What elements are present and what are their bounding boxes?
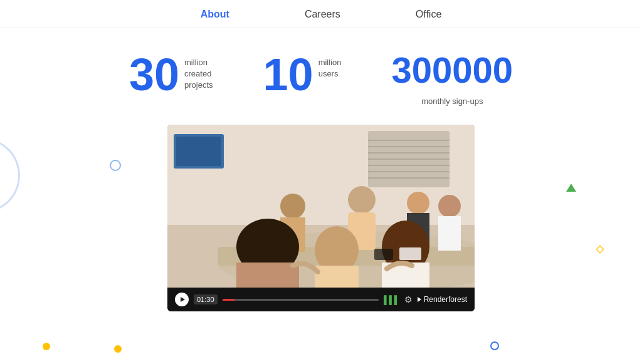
stat-projects: 30 million created projects <box>129 52 213 97</box>
nav-careers[interactable]: Careers <box>305 9 340 20</box>
stat-projects-label: million created projects <box>184 52 213 91</box>
stat-users-number: 10 <box>263 52 313 97</box>
deco-circle-bottom-right <box>490 341 499 350</box>
deco-circle-top-left <box>110 160 121 171</box>
settings-icon[interactable]: ⚙ <box>404 294 413 304</box>
video-player[interactable]: 01:30 ▌▌▌ ⚙ Renderforest <box>167 125 475 311</box>
svg-rect-28 <box>374 249 393 260</box>
svg-point-14 <box>348 186 376 214</box>
stat-users-label: million users <box>318 52 342 80</box>
brand-play-icon <box>418 297 421 302</box>
deco-dot-yellow-bottom <box>114 345 122 353</box>
stats-section: 30 million created projects 10 million u… <box>0 28 642 125</box>
video-timestamp: 01:30 <box>194 294 218 304</box>
deco-triangle-right <box>566 184 576 192</box>
svg-rect-11 <box>176 137 221 166</box>
svg-point-18 <box>407 192 429 214</box>
signal-icon: ▌▌▌ <box>384 295 399 304</box>
deco-diamond-right <box>596 245 604 254</box>
svg-rect-23 <box>236 263 299 288</box>
progress-bar[interactable] <box>223 299 379 301</box>
svg-point-20 <box>438 195 461 217</box>
svg-rect-21 <box>438 216 461 251</box>
stat-signups-label: monthly sign-ups <box>421 93 483 107</box>
video-thumbnail <box>167 125 475 288</box>
play-button[interactable] <box>175 293 189 306</box>
stat-projects-number: 30 <box>129 52 179 97</box>
main-nav: About Careers Office <box>0 0 642 28</box>
svg-point-16 <box>280 194 305 219</box>
brand-name: Renderforest <box>424 295 467 304</box>
stat-signups-number: 300000 <box>392 52 513 88</box>
nav-office[interactable]: Office <box>416 9 442 20</box>
stat-users: 10 million users <box>263 52 342 97</box>
video-scene-svg <box>167 125 475 288</box>
brand-label: Renderforest <box>418 295 467 304</box>
deco-dot-yellow-left <box>43 343 50 350</box>
stat-signups: 300000 monthly sign-ups <box>392 52 513 107</box>
nav-about[interactable]: About <box>201 9 229 20</box>
svg-rect-29 <box>399 247 421 260</box>
progress-fill <box>223 299 235 301</box>
video-controls-bar[interactable]: 01:30 ▌▌▌ ⚙ Renderforest <box>167 288 475 311</box>
svg-rect-25 <box>315 266 359 288</box>
deco-arc-left <box>0 138 20 213</box>
